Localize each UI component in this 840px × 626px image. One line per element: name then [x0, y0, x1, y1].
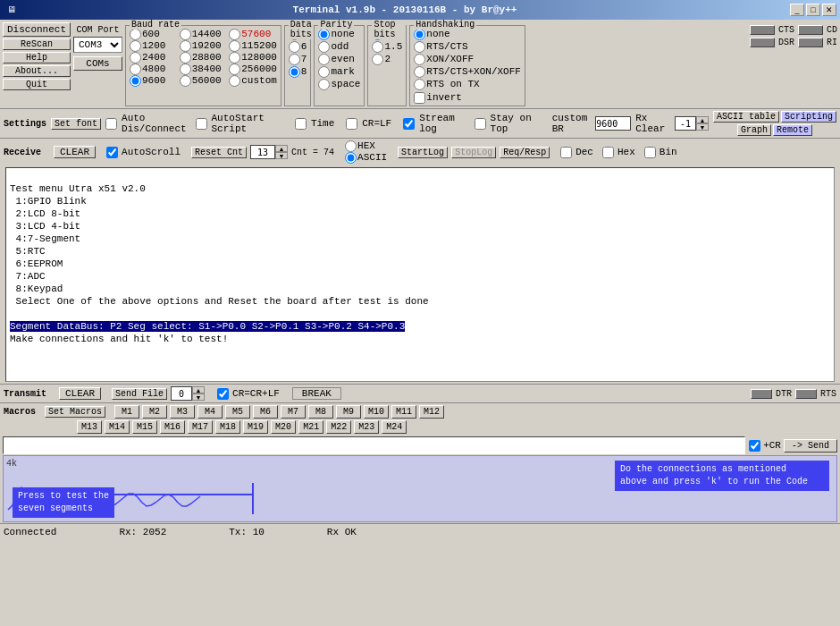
stoplog-button[interactable]: StopLog [451, 147, 496, 158]
com-port-select[interactable]: COM3 [73, 37, 122, 53]
cnt-down-button[interactable]: ▼ [275, 152, 288, 159]
macro-m15[interactable]: M15 [132, 420, 157, 434]
hshake-rtson-radio[interactable] [414, 79, 425, 90]
baud-600-radio[interactable] [130, 29, 141, 40]
baud-115200-radio[interactable] [229, 40, 240, 52]
sbits-2-radio[interactable] [372, 54, 383, 65]
autostart-script-checkbox[interactable] [196, 118, 207, 130]
transmit-clear-button[interactable]: CLEAR [59, 387, 101, 400]
autoscroll-checkbox[interactable] [106, 147, 118, 158]
macro-m20[interactable]: M20 [271, 420, 296, 434]
bin-checkbox[interactable] [644, 147, 656, 158]
dbits-6-radio[interactable] [289, 41, 300, 53]
sbits-15-radio[interactable] [372, 41, 383, 53]
parity-mark-radio[interactable] [318, 66, 330, 78]
macro-m2[interactable]: M2 [142, 405, 167, 419]
baud-57600-radio[interactable] [229, 29, 240, 40]
macro-m4[interactable]: M4 [197, 405, 223, 419]
parity-space-radio[interactable] [318, 79, 330, 90]
baud-1200-radio[interactable] [130, 40, 141, 52]
macro-m3[interactable]: M3 [170, 405, 195, 419]
scripting-button[interactable]: Scripting [781, 111, 836, 123]
transmit-up-button[interactable]: ▲ [192, 386, 205, 393]
macro-m18[interactable]: M18 [215, 420, 240, 434]
set-font-button[interactable]: Set font [51, 118, 101, 130]
invert-checkbox[interactable] [414, 92, 425, 104]
dbits-8-radio[interactable] [289, 66, 300, 78]
auto-dis-connect-checkbox[interactable] [105, 118, 117, 130]
reset-cnt-button[interactable]: Reset Cnt [191, 147, 247, 158]
close-button[interactable]: ✕ [822, 4, 836, 16]
terminal-area[interactable]: Test menu Utra x51 v2.0 1:GPIO Blink 2:L… [5, 167, 835, 382]
remote-button[interactable]: Remote [773, 124, 812, 136]
parity-none-radio[interactable] [318, 29, 330, 40]
hshake-none-radio[interactable] [414, 29, 425, 40]
macro-m6[interactable]: M6 [253, 405, 278, 419]
macro-m13[interactable]: M13 [77, 420, 102, 434]
cnt-up-button[interactable]: ▲ [275, 145, 288, 152]
stream-log-checkbox[interactable] [403, 118, 415, 130]
baud-56000-radio[interactable] [180, 75, 191, 87]
baud-9600-radio[interactable] [130, 75, 141, 87]
baud-custom-radio[interactable] [229, 75, 240, 87]
macro-m17[interactable]: M17 [188, 420, 213, 434]
hshake-both-radio[interactable] [414, 66, 425, 78]
about-button[interactable]: About... [3, 65, 71, 77]
baud-19200-radio[interactable] [180, 40, 191, 52]
macro-m10[interactable]: M10 [364, 405, 389, 419]
hex2-checkbox[interactable] [602, 147, 614, 158]
send-button[interactable]: -> Send [784, 439, 837, 453]
ascii-radio[interactable] [345, 152, 357, 164]
hshake-rtscts-radio[interactable] [414, 41, 425, 53]
quit-button[interactable]: Quit [3, 79, 71, 90]
stay-on-top-checkbox[interactable] [475, 118, 486, 130]
macro-m7[interactable]: M7 [281, 405, 306, 419]
macro-m5[interactable]: M5 [225, 405, 250, 419]
hex-radio[interactable] [345, 140, 357, 152]
set-macros-button[interactable]: Set Macros [45, 406, 105, 418]
macro-m19[interactable]: M19 [243, 420, 268, 434]
baud-2400-radio[interactable] [130, 52, 141, 63]
dbits-7-radio[interactable] [289, 54, 300, 65]
help-button[interactable]: Help [3, 52, 71, 63]
macro-m21[interactable]: M21 [298, 420, 323, 434]
receive-clear-button[interactable]: CLEAR [54, 146, 96, 158]
dec-checkbox[interactable] [560, 147, 572, 158]
send-input[interactable] [4, 437, 744, 453]
startlog-button[interactable]: StartLog [398, 147, 448, 158]
macro-m22[interactable]: M22 [326, 420, 351, 434]
macro-m8[interactable]: M8 [308, 405, 333, 419]
baud-28800-radio[interactable] [180, 52, 191, 63]
break-button[interactable]: BREAK [292, 387, 341, 400]
transmit-down-button[interactable]: ▼ [192, 393, 205, 401]
baud-256000-radio[interactable] [229, 63, 240, 75]
rescan-button[interactable]: ReScan [3, 38, 71, 50]
baud-14400-radio[interactable] [180, 29, 191, 40]
time-checkbox[interactable] [295, 118, 307, 130]
ascii-table-button[interactable]: ASCII table [713, 111, 779, 123]
macro-m11[interactable]: M11 [391, 405, 416, 419]
coms-button[interactable]: COMs [73, 56, 122, 71]
macro-m1[interactable]: M1 [114, 405, 139, 419]
macro-m14[interactable]: M14 [105, 420, 130, 434]
macro-m9[interactable]: M9 [336, 405, 361, 419]
rx-clear-input[interactable] [675, 116, 696, 131]
baud-128000-radio[interactable] [229, 52, 240, 63]
cr-lf-checkbox[interactable] [346, 118, 357, 130]
parity-odd-radio[interactable] [318, 41, 330, 53]
minimize-button[interactable]: _ [790, 4, 804, 16]
macro-m24[interactable]: M24 [382, 420, 407, 434]
hshake-xonxoff-radio[interactable] [414, 54, 425, 65]
cr-crlf-checkbox[interactable] [217, 388, 229, 400]
custom-br-input[interactable] [595, 116, 631, 131]
baud-4800-radio[interactable] [130, 63, 141, 75]
transmit-value-input[interactable] [171, 386, 192, 401]
send-file-button[interactable]: Send File [112, 388, 167, 400]
parity-even-radio[interactable] [318, 54, 330, 65]
graph-button[interactable]: Graph [737, 124, 771, 136]
macro-m23[interactable]: M23 [354, 420, 379, 434]
rx-clear-up-button[interactable]: ▲ [696, 116, 709, 123]
rx-clear-down-button[interactable]: ▼ [696, 123, 709, 131]
macro-m12[interactable]: M12 [419, 405, 444, 419]
req-resp-button[interactable]: Req/Resp [500, 147, 550, 158]
